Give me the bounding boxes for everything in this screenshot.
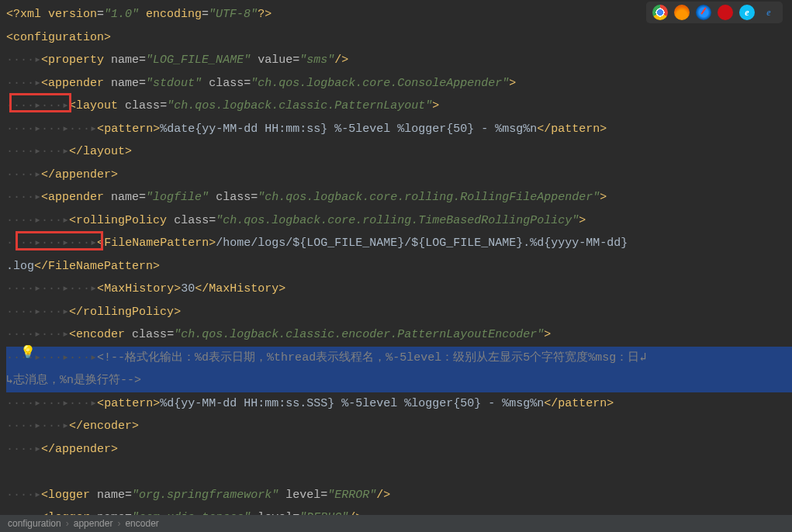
code-line: ····▸···▸<rollingPolicy class="ch.qos.lo… [6, 209, 792, 233]
code-line: ····▸</appender> [6, 438, 792, 461]
breadcrumb-item[interactable]: configuration [8, 518, 61, 529]
code-line: ····▸···▸<encoder class="ch.qos.logback.… [6, 323, 792, 347]
code-line: ····▸···▸···▸<pattern>%date{yy-MM-dd HH:… [6, 118, 792, 141]
code-line: ····▸<property name="LOG_FILE_NAME" valu… [6, 49, 792, 72]
intention-bulb-icon[interactable]: 💡 [20, 344, 36, 360]
code-line: <configuration> [6, 26, 792, 50]
code-editor[interactable]: <?xml version="1.0" encoding="UTF-8"?> <… [0, 0, 792, 530]
code-line: .log</FileNamePattern> [6, 255, 792, 278]
code-line-blank [6, 461, 792, 484]
code-line: ····▸<appender name="stdout" class="ch.q… [6, 72, 792, 95]
breadcrumb[interactable]: configuration› appender› encoder [0, 515, 792, 532]
code-line: ····▸···▸</rollingPolicy> [6, 301, 792, 324]
breadcrumb-item[interactable]: appender [74, 518, 113, 529]
code-line: ····▸···▸···▸<pattern>%d{yy-MM-dd HH:mm:… [6, 392, 792, 416]
code-line: ····▸···▸···▸<MaxHistory>30</MaxHistory> [6, 278, 792, 301]
code-line-selected: ↳志消息，%n是换行符--> [6, 369, 792, 392]
code-line-selected: ····▸···▸···▸<!--格式化输出：%d表示日期，%thread表示线… [6, 347, 792, 370]
code-line: ····▸···▸</layout> [6, 140, 792, 164]
code-line: <?xml version="1.0" encoding="UTF-8"?> [6, 3, 792, 26]
code-line: ····▸···▸</encoder> [6, 415, 792, 438]
code-line: ····▸<logger name="org.springframework" … [6, 484, 792, 507]
code-line: ····▸···▸<layout class="ch.qos.logback.c… [6, 95, 792, 118]
code-line: ····▸<appender name="logfile" class="ch.… [6, 186, 792, 209]
breadcrumb-item[interactable]: encoder [125, 518, 158, 529]
code-line: ····▸</appender> [6, 164, 792, 187]
code-line: ····▸···▸···▸<FileNamePattern>/home/logs… [6, 232, 792, 255]
